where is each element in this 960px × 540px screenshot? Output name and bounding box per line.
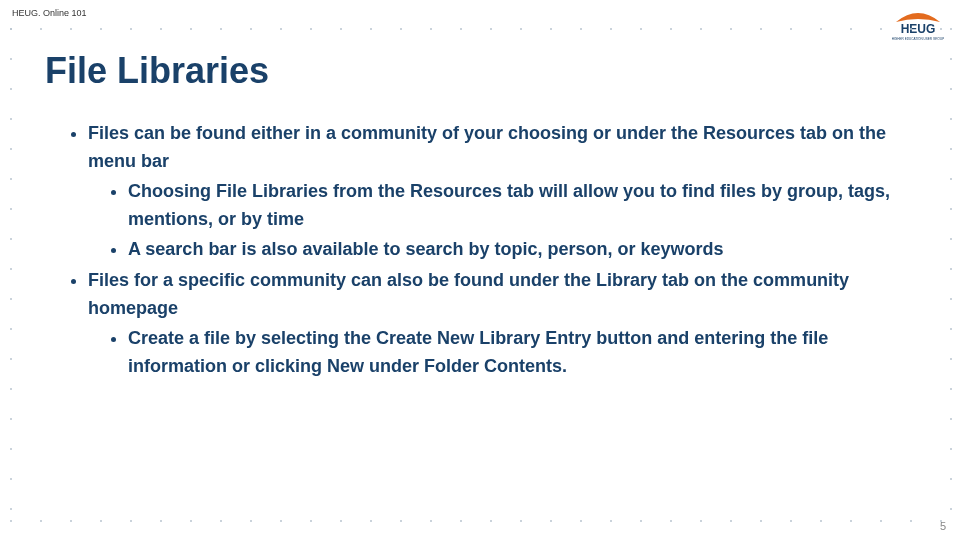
bullet-text: A search bar is also available to search… <box>128 239 724 259</box>
slide: HEUG. Online 101 HEUG HIGHER EDUCATION U… <box>0 0 960 540</box>
bullet-text: Files for a specific community can also … <box>88 270 849 318</box>
content-area: Files can be found either in a community… <box>60 120 920 385</box>
page-number: 5 <box>940 520 946 532</box>
heug-logo: HEUG HIGHER EDUCATION USER GROUP <box>892 8 944 42</box>
list-item: Files can be found either in a community… <box>88 120 920 263</box>
logo-text-top: HEUG <box>901 22 936 36</box>
list-item: Create a file by selecting the Create Ne… <box>128 325 920 381</box>
list-item: Files for a specific community can also … <box>88 267 920 381</box>
header-label: HEUG. Online 101 <box>12 8 87 18</box>
page-title: File Libraries <box>45 50 269 92</box>
list-item: Choosing File Libraries from the Resourc… <box>128 178 920 234</box>
bullet-text: Create a file by selecting the Create Ne… <box>128 328 828 376</box>
list-item: A search bar is also available to search… <box>128 236 920 264</box>
logo-text-bottom: HIGHER EDUCATION USER GROUP <box>892 37 944 41</box>
bullet-text: Choosing File Libraries from the Resourc… <box>128 181 890 229</box>
bullet-text: Files can be found either in a community… <box>88 123 886 171</box>
logo-arc-icon <box>896 13 940 22</box>
